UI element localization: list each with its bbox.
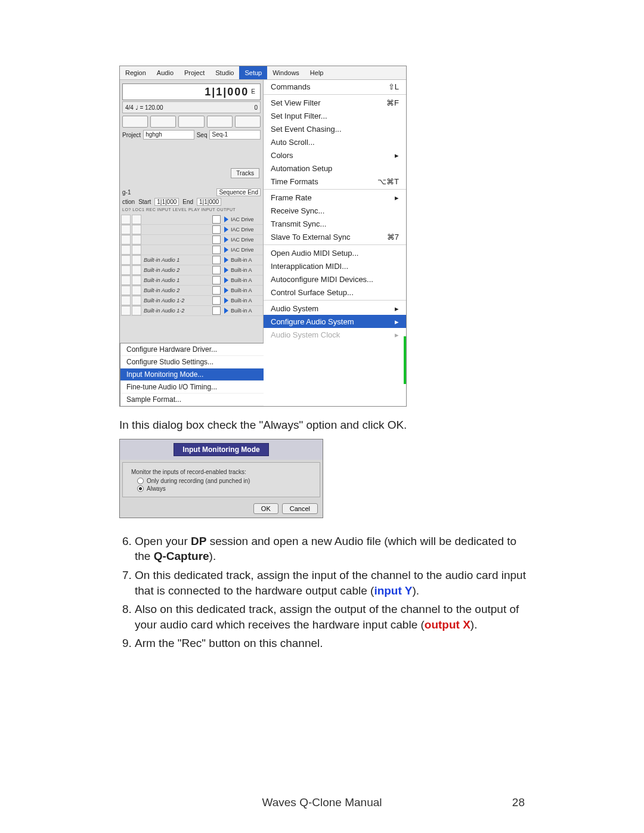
menu-item[interactable]: Set Input Filter... [264,109,406,122]
track-checkbox[interactable] [212,286,221,295]
track-checkbox[interactable] [212,246,221,254]
menu-item[interactable]: Configure Audio System▸ [264,315,406,328]
play-icon[interactable] [224,267,228,273]
track-row[interactable]: IAC Drive [120,235,263,245]
menu-item[interactable]: Auto Scroll... [264,135,406,148]
play-icon[interactable] [224,257,228,263]
menu-item[interactable]: Commands⇧L [264,80,406,93]
track-cell[interactable] [121,265,131,275]
ok-button[interactable]: OK [253,503,278,514]
track-cell[interactable] [121,275,131,285]
play-icon[interactable] [224,227,228,233]
track-cell[interactable] [121,215,131,224]
tool-btn[interactable] [178,116,204,128]
track-cell[interactable] [132,306,141,315]
track-row[interactable]: IAC Drive [120,215,263,225]
menu-item[interactable]: Control Surface Setup... [264,286,406,299]
menu-item[interactable]: Open Audio MIDI Setup... [264,246,406,259]
track-checkbox[interactable] [212,256,221,264]
track-checkbox[interactable] [212,306,221,315]
menu-item[interactable]: Time Formats⌥⌘T [264,175,406,188]
track-output: Built-in A [231,277,263,283]
sequence-end[interactable]: Sequence End [216,188,261,196]
menu-item[interactable]: Automation Setup [264,162,406,175]
track-cell[interactable] [121,225,131,234]
menu-item[interactable]: Interapplication MIDI... [264,259,406,272]
menu-studio[interactable]: Studio [210,66,239,79]
track-cell[interactable] [132,296,141,305]
cancel-button[interactable]: Cancel [282,503,318,514]
track-cell[interactable] [121,235,131,244]
track-cell[interactable] [132,235,141,244]
track-checkbox[interactable] [212,236,221,244]
track-cell[interactable] [121,306,131,315]
tool-btn[interactable] [207,116,233,128]
menu-item[interactable]: Audio System▸ [264,302,406,315]
menu-item[interactable]: Autoconfigure MIDI Devices... [264,272,406,286]
option-only-during-recording[interactable]: Only during recording (and punched in) [137,478,311,484]
menu-separator [264,94,406,95]
track-row[interactable]: IAC Drive [120,225,263,235]
menu-item[interactable]: Frame Rate▸ [264,191,406,204]
play-icon[interactable] [224,298,228,304]
track-cell[interactable] [121,286,131,295]
track-row[interactable]: Built-in Audio 1-2Built-in A [120,306,263,316]
track-checkbox[interactable] [212,215,221,224]
track-cell[interactable] [132,265,141,275]
menu-windows[interactable]: Windows [267,66,305,79]
tool-btn[interactable] [235,116,261,128]
tracks-button[interactable]: Tracks [231,168,259,178]
submenu-item[interactable]: Configure Studio Settings... [120,356,264,368]
track-row[interactable]: Built-in Audio 1Built-in A [120,275,263,286]
track-cell[interactable] [132,255,141,265]
menu-help[interactable]: Help [305,66,329,79]
track-checkbox[interactable] [212,276,221,284]
play-icon[interactable] [224,287,228,293]
tool-btn[interactable] [122,116,148,128]
option-always[interactable]: Always [137,485,311,492]
submenu-item[interactable]: Sample Format... [120,394,264,406]
track-cell[interactable] [121,245,131,255]
radio-icon [137,478,144,484]
menu-region[interactable]: Region [120,66,151,79]
track-cell[interactable] [132,215,141,224]
menu-item[interactable]: Transmit Sync... [264,217,406,230]
project-field[interactable]: hghgh [143,130,194,140]
menu-item[interactable]: Receive Sync... [264,204,406,217]
track-checkbox[interactable] [212,225,221,234]
track-cell[interactable] [121,296,131,305]
submenu-item[interactable]: Configure Hardware Driver... [120,343,264,356]
play-icon[interactable] [224,277,228,283]
track-row[interactable]: IAC Drive [120,245,263,255]
menu-setup[interactable]: Setup [239,66,267,79]
track-cell[interactable] [132,286,141,295]
sequence-rows: g-1Sequence End ction Start 1|1|000 End … [120,187,263,206]
play-icon[interactable] [224,237,228,243]
play-icon[interactable] [224,216,228,222]
track-row[interactable]: Built-in Audio 2Built-in A [120,286,263,296]
submenu-item[interactable]: Fine-tune Audio I/O Timing... [120,381,264,394]
seq-field[interactable]: Seq-1 [209,130,261,140]
submenu-item[interactable]: Input Monitoring Mode... [120,368,264,381]
menu-separator [264,189,406,190]
menu-item[interactable]: Colors▸ [264,148,406,162]
track-cell[interactable] [132,225,141,234]
track-row[interactable]: Built-in Audio 2Built-in A [120,265,263,275]
track-cell[interactable] [132,275,141,285]
start-value[interactable]: 1|1|000 [154,198,179,206]
menu-item[interactable]: Set Event Chasing... [264,122,406,135]
track-row[interactable]: Built-in Audio 1Built-in A [120,255,263,265]
menu-audio[interactable]: Audio [151,66,179,79]
track-cell[interactable] [132,245,141,255]
end-value[interactable]: 1|1|000 [197,198,221,206]
play-icon[interactable] [224,308,228,314]
play-icon[interactable] [224,247,228,253]
menu-project[interactable]: Project [179,66,210,79]
track-checkbox[interactable] [212,296,221,305]
menu-item[interactable]: Slave To External Sync⌘7 [264,230,406,243]
track-cell[interactable] [121,255,131,265]
track-checkbox[interactable] [212,266,221,274]
tool-btn[interactable] [150,116,176,128]
track-row[interactable]: Built-in Audio 1-2Built-in A [120,296,263,306]
menu-item[interactable]: Set View Filter⌘F [264,96,406,109]
